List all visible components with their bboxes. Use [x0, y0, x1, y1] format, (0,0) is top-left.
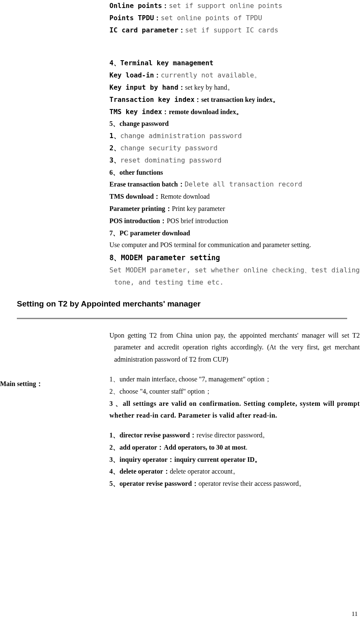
op1-row: 1、director revise password：revise direct… — [109, 429, 360, 442]
tms-key-index-desc: remote download index。 — [169, 108, 243, 115]
divider — [17, 318, 347, 319]
erase-desc: Delete all transaction record — [185, 180, 302, 188]
section8-heading: 8、MODEM parameter setting — [109, 251, 360, 264]
key-loadin-desc: currently not available。 — [161, 71, 261, 79]
op2-period: . — [246, 444, 247, 451]
online-points-row: Online points：set if support online poin… — [109, 0, 360, 12]
section6-heading: 6、other functions — [109, 167, 360, 179]
param-print-desc: Print key parameter — [172, 205, 225, 212]
section8-desc: Set MODEM parameter, set whether online … — [109, 264, 360, 289]
erase-label: Erase transaction batch： — [109, 181, 185, 188]
s5-item3: 3、reset dominating password — [109, 155, 360, 167]
manager-step3-text: 、all settings are valid on confirmation.… — [109, 400, 360, 419]
manager-step2: 2、choose "4, counter staff" option； — [109, 386, 360, 398]
erase-row: Erase transaction batch：Delete all trans… — [109, 178, 360, 191]
op4-row: 4、delete operator：delete operator accoun… — [109, 466, 360, 478]
param-print-label: Parameter printing： — [109, 205, 172, 212]
tms-key-index-label: TMS key index： — [109, 108, 169, 116]
points-tpdu-desc: set online points of TPDU — [161, 14, 262, 22]
tms-download-row: TMS download：Remote download — [109, 191, 360, 203]
op3-row: 3、inquiry operator：inquiry current opera… — [109, 454, 360, 466]
section5-heading: 5、change password — [109, 118, 360, 130]
key-loadin-label: Key load-in： — [109, 71, 161, 79]
manager-step3-num: 3 — [109, 400, 113, 407]
pos-intro-desc: POS brief introduction — [167, 217, 228, 224]
key-input-row: Key input by hand：set key by hand。 — [109, 82, 360, 94]
op3-desc: inquiry current operator ID。 — [174, 456, 261, 463]
manager-step1: 1、under main interface, choose "7, manag… — [109, 373, 360, 386]
manager-intro: Upon getting T2 from China union pay, th… — [109, 330, 360, 366]
op4-desc: delete operator account。 — [170, 468, 239, 475]
tms-download-desc: Remote download — [160, 193, 210, 200]
ic-card-desc: set if support IC cards — [185, 26, 279, 34]
pos-intro-label: POS introduction： — [109, 217, 167, 224]
op3-label: 3、inquiry operator： — [109, 456, 174, 463]
section7-heading: 7、PC parameter download — [109, 227, 360, 240]
txn-key-index-label: Transaction key index： — [109, 96, 201, 104]
txn-key-index-row: Transaction key index：set transaction ke… — [109, 94, 360, 106]
op5-desc: operator revise their access password。 — [199, 480, 306, 487]
s5-item1: 1、change administration password — [109, 130, 360, 142]
page-number: 11 — [352, 608, 358, 620]
points-tpdu-row: Points TPDU：set online points of TPDU — [109, 12, 360, 24]
section7-desc: Use computer and POS terminal for commun… — [109, 239, 360, 251]
ic-card-label: IC card parameter： — [109, 26, 185, 34]
section4-heading: 4、Terminal key management — [109, 57, 360, 69]
op5-label: 5、operator revise password： — [109, 480, 199, 487]
op2-label: 2、add operator： — [109, 444, 164, 451]
online-points-label: Online points： — [109, 2, 169, 10]
key-input-label: Key input by hand： — [109, 83, 185, 91]
op5-row: 5、operator revise password：operator revi… — [109, 478, 360, 490]
key-input-desc: set key by hand。 — [185, 84, 234, 91]
s5-item2-desc: change security password — [120, 144, 218, 152]
tms-download-label: TMS download： — [109, 193, 160, 200]
s5-item1-num: 1、 — [109, 132, 120, 140]
points-tpdu-label: Points TPDU： — [109, 14, 161, 22]
online-points-desc: set if support online points — [169, 2, 282, 10]
op1-label: 1、director revise password： — [109, 432, 197, 439]
ic-card-row: IC card parameter：set if support IC card… — [109, 24, 360, 37]
manager-heading: Setting on T2 by Appointed merchants' ma… — [17, 297, 364, 311]
op4-label: 4、delete operator： — [109, 468, 170, 475]
txn-key-index-desc: set transaction key index。 — [201, 96, 279, 103]
op2-row: 2、add operator：Add operators, to 30 at m… — [109, 442, 360, 454]
param-print-row: Parameter printing：Print key parameter — [109, 203, 360, 215]
s5-item1-desc: change administration password — [120, 132, 242, 140]
tms-key-index-row: TMS key index：remote download index。 — [109, 106, 360, 118]
op1-desc: revise director password。 — [197, 432, 269, 439]
key-loadin-row: Key load-in：currently not available。 — [109, 69, 360, 82]
op2-desc: Add operators, to 30 at most — [164, 444, 246, 451]
s5-item3-num: 3、 — [109, 156, 120, 164]
s5-item3-desc: reset dominating password — [120, 156, 222, 164]
manager-step3: 3 、all settings are valid on confirmatio… — [109, 398, 360, 422]
main-setting-label: Main setting： — [0, 378, 43, 390]
s5-item2-num: 2、 — [109, 144, 120, 152]
pos-intro-row: POS introduction：POS brief introduction — [109, 215, 360, 227]
s5-item2: 2、change security password — [109, 142, 360, 155]
